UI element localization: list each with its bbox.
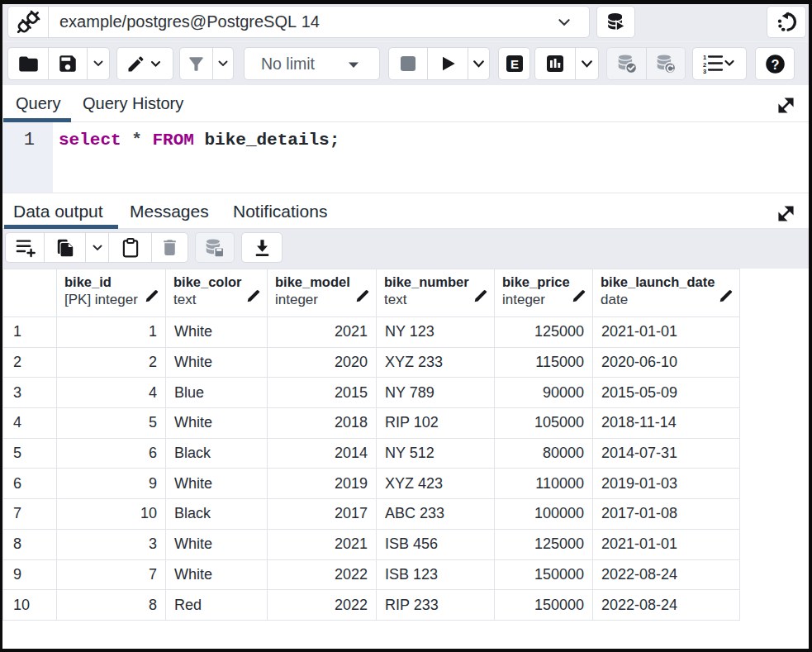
svg-text:E: E: [510, 57, 518, 71]
svg-text:3: 3: [703, 68, 706, 74]
svg-text:?: ?: [771, 56, 779, 71]
